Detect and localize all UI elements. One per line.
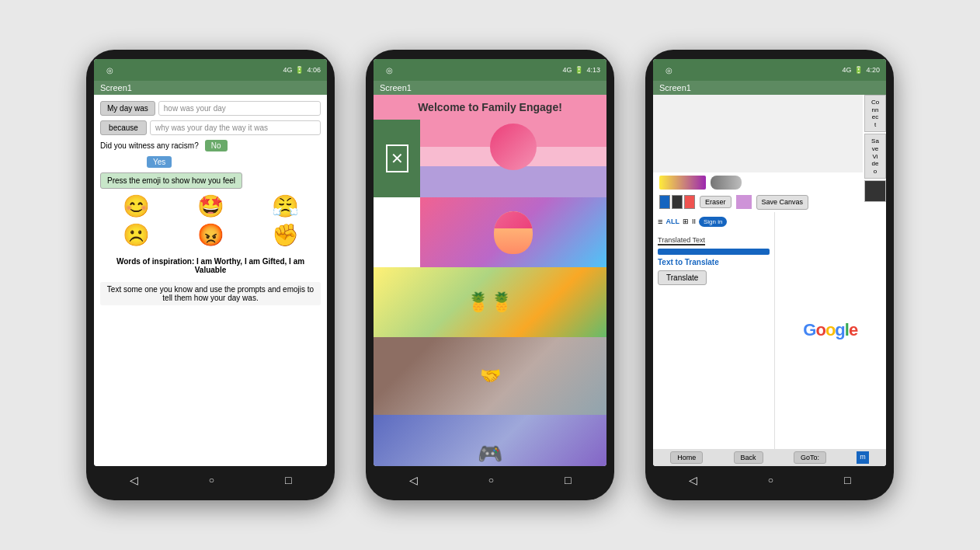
- menu-dots[interactable]: II: [692, 218, 696, 225]
- swatch-blue[interactable]: [659, 195, 670, 209]
- emoji-angry-face[interactable]: 😤: [249, 193, 321, 219]
- status-bar-1: ◎ 4G 🔋 4:06: [94, 59, 327, 81]
- photo-row-3: 🍍🍍: [374, 267, 606, 337]
- battery-2: 🔋: [575, 66, 583, 74]
- text-to-translate-label: Text to Translate: [658, 258, 770, 266]
- dark-block: [864, 180, 886, 202]
- sign-in-button[interactable]: Sign in: [699, 217, 727, 227]
- color-gradient-bar: [659, 176, 706, 190]
- my-day-row: My day was how was your day: [100, 101, 321, 116]
- phone-1-screen: ◎ 4G 🔋 4:06 Screen1 My day was how was y…: [94, 59, 327, 466]
- goto-label: GoTo:: [801, 454, 819, 461]
- eraser-button[interactable]: Eraser: [700, 196, 732, 208]
- status-bar-3: ◎ 4G 🔋 4:20: [653, 59, 886, 81]
- tools-row: Eraser Save Canvas: [653, 193, 886, 212]
- emoji-grid: 😊 🤩 😤 ☹️ 😡 ✊: [100, 193, 321, 248]
- drawing-canvas[interactable]: [653, 95, 863, 172]
- bottom-nav-bar: Home Back GoTo: m: [653, 449, 886, 466]
- phone-1-nav: ◁ ○ □: [94, 469, 327, 491]
- recents-nav-3[interactable]: □: [844, 474, 850, 486]
- google-mini-bar: ≡ ALL ⊞ II Sign in: [658, 215, 770, 228]
- slider-row: [653, 172, 886, 193]
- photo-row-4: 🤝: [374, 337, 606, 415]
- status-right-2: 4G 🔋 4:13: [562, 66, 600, 74]
- translate-button[interactable]: Translate: [658, 270, 707, 285]
- home-nav-2[interactable]: ○: [488, 475, 494, 486]
- photo-row-2: [374, 197, 606, 267]
- icon-block: ✕: [374, 120, 420, 197]
- color-swatches: [659, 195, 695, 209]
- time-2: 4:13: [586, 66, 600, 74]
- phone3-content: Connect SaveVideo Eraser: [653, 95, 886, 466]
- translated-text-label: Translated Text: [658, 236, 705, 245]
- color-blocks: [374, 197, 420, 267]
- title-bar-3: Screen1: [653, 81, 886, 95]
- home-nav-1[interactable]: ○: [209, 475, 214, 486]
- emoji-happy[interactable]: 😊: [100, 193, 172, 219]
- racism-question: Did you witness any racism?: [100, 141, 199, 150]
- back-nav-1[interactable]: ◁: [130, 474, 138, 486]
- because-input[interactable]: why was your day the way it was: [150, 120, 321, 135]
- time-1: 4:06: [307, 66, 321, 74]
- back-button[interactable]: Back: [734, 451, 763, 464]
- all-label[interactable]: ALL: [665, 218, 679, 225]
- battery-3: 🔋: [854, 66, 863, 74]
- home-button[interactable]: Home: [670, 451, 703, 464]
- battery-1: 🔋: [295, 66, 304, 74]
- racism-row: Did you witness any racism? No: [100, 140, 321, 151]
- signal-2: 4G: [562, 66, 572, 74]
- yes-button[interactable]: Yes: [147, 156, 172, 168]
- back-nav-2[interactable]: ◁: [409, 474, 418, 486]
- side-buttons: Connect SaveVideo: [864, 95, 886, 202]
- app-icon-1: ◎: [100, 61, 119, 79]
- emoji-sad[interactable]: ☹️: [100, 222, 172, 248]
- emoji-fist[interactable]: ✊: [249, 222, 321, 248]
- phone-2: ◎ 4G 🔋 4:13 Screen1 Welcome to Family En…: [366, 50, 614, 500]
- goto-button[interactable]: GoTo:: [794, 451, 826, 464]
- gaming-photo: 🎮: [374, 415, 606, 466]
- swatch-black[interactable]: [672, 195, 683, 209]
- save-canvas-button[interactable]: Save Canvas: [756, 195, 809, 210]
- emoji-rage[interactable]: 😡: [175, 222, 246, 248]
- grid-icon[interactable]: ⊞: [683, 218, 689, 225]
- back-nav-3[interactable]: ◁: [689, 474, 697, 486]
- phone-3-screen: ◎ 4G 🔋 4:20 Screen1 Connect SaveVideo: [653, 59, 886, 466]
- translated-output-box: [658, 249, 770, 255]
- app-icon-2: ◎: [380, 61, 398, 79]
- connect-button[interactable]: Connect: [864, 95, 886, 132]
- pineapple-photo: 🍍🍍: [374, 267, 606, 337]
- inspiration-text: Words of inspiration: I am Worthy, I am …: [100, 254, 321, 277]
- my-day-label: My day was: [100, 101, 155, 116]
- swatch-red[interactable]: [684, 195, 695, 209]
- save-video-button[interactable]: SaveVideo: [864, 134, 886, 179]
- signal-3: 4G: [842, 66, 851, 74]
- emoji-party[interactable]: 🤩: [175, 193, 246, 219]
- phone1-content: My day was how was your day because why …: [94, 95, 327, 466]
- phone-3-nav: ◁ ○ □: [653, 469, 886, 491]
- translate-section: ≡ ALL ⊞ II Sign in Translated Text Text …: [653, 212, 775, 449]
- translate-google-area: ≡ ALL ⊞ II Sign in Translated Text Text …: [653, 212, 886, 449]
- app-icon-3: ◎: [659, 61, 678, 79]
- phone-3: ◎ 4G 🔋 4:20 Screen1 Connect SaveVideo: [645, 50, 894, 500]
- because-row: because why was your day the way it was: [100, 120, 321, 135]
- signal-1: 4G: [283, 66, 292, 74]
- phone2-content: Welcome to Family Engage! ✕: [374, 95, 606, 466]
- recents-nav-2[interactable]: □: [565, 474, 571, 486]
- face-photo: [420, 197, 606, 267]
- no-button[interactable]: No: [205, 140, 228, 151]
- press-emoji-label: Press the emoji to show how you feel: [100, 172, 242, 189]
- my-day-input[interactable]: how was your day: [158, 101, 321, 116]
- home-nav-3[interactable]: ○: [768, 475, 773, 486]
- recents-nav-1[interactable]: □: [285, 474, 291, 486]
- hamburger-icon[interactable]: ≡: [658, 217, 662, 226]
- google-logo: Google: [803, 320, 857, 340]
- purple-color-block[interactable]: [736, 195, 752, 209]
- status-right-3: 4G 🔋 4:20: [842, 66, 880, 74]
- welcome-banner: Welcome to Family Engage!: [374, 95, 606, 120]
- status-bar-2: ◎ 4G 🔋 4:13: [374, 59, 606, 81]
- status-right-1: 4G 🔋 4:06: [283, 66, 321, 74]
- google-section: Google: [775, 212, 887, 449]
- title-bar-1: Screen1: [94, 81, 327, 95]
- phone-1: ◎ 4G 🔋 4:06 Screen1 My day was how was y…: [86, 50, 335, 500]
- slider-thumb[interactable]: [711, 176, 742, 190]
